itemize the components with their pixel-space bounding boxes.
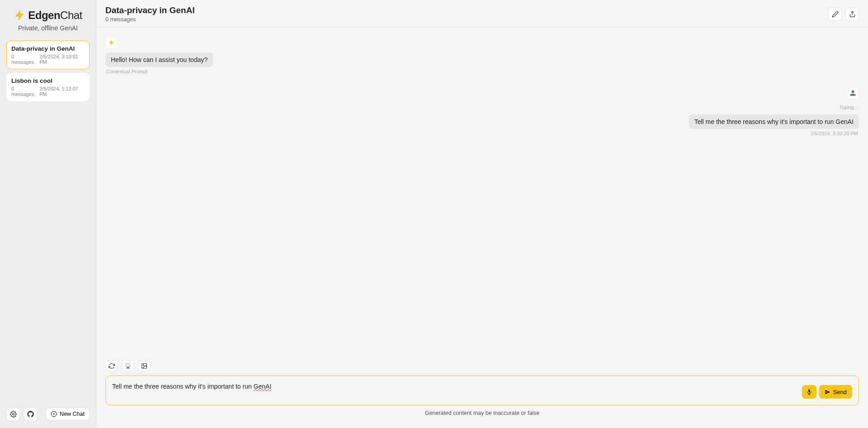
app-name-light: Chat xyxy=(60,9,82,21)
person-icon xyxy=(849,90,856,96)
conversation-meta: 0 messages 2/5/2024, 1:12:07 PM xyxy=(11,86,85,97)
conversation-title: Data-privacy in GenAI xyxy=(11,45,85,52)
github-button[interactable] xyxy=(24,407,37,421)
user-message-group: Typing… Tell me the three reasons why it… xyxy=(105,87,859,136)
assistant-caption: Contextual Prompt xyxy=(105,69,194,74)
topbar-heading: Data-privacy in GenAI 0 messages xyxy=(105,5,194,23)
settings-button[interactable] xyxy=(6,407,20,421)
disclaimer: Generated content may be inaccurate or f… xyxy=(105,405,859,424)
magic-button[interactable] xyxy=(122,360,134,372)
topbar-actions xyxy=(828,7,859,21)
conversation-msg-count: 0 messages xyxy=(11,86,37,97)
mic-icon xyxy=(806,389,812,395)
image-button[interactable] xyxy=(138,360,151,372)
assistant-avatar xyxy=(105,37,118,49)
conversation-msg-count: 0 messages xyxy=(11,54,37,65)
github-icon xyxy=(27,411,34,418)
send-label: Send xyxy=(833,389,847,395)
sidebar: EdgenChat Private, offline GenAI Data-pr… xyxy=(0,0,96,428)
main-panel: Data-privacy in GenAI 0 messages xyxy=(96,0,868,428)
sidebar-header: EdgenChat Private, offline GenAI xyxy=(0,0,96,37)
composer: Tell me the three reasons why it's impor… xyxy=(105,376,859,405)
composer-section: Tell me the three reasons why it's impor… xyxy=(96,357,868,428)
assistant-bubble: Hello! How can I assist you today? xyxy=(105,52,213,67)
send-icon xyxy=(825,389,830,395)
conversation-item[interactable]: Lisbon is cool 0 messages 2/5/2024, 1:12… xyxy=(6,73,90,101)
regenerate-button[interactable] xyxy=(105,360,118,372)
composer-text-spellerr: GenAI xyxy=(253,383,271,390)
composer-text-prefix: Tell me the three reasons why it's impor… xyxy=(112,383,253,390)
refresh-icon xyxy=(109,363,115,369)
conversation-timestamp: 2/5/2024, 3:10:01 PM xyxy=(39,54,85,65)
chat-title: Data-privacy in GenAI xyxy=(105,5,194,15)
pencil-icon xyxy=(832,11,839,18)
conversation-meta: 0 messages 2/5/2024, 3:10:01 PM xyxy=(11,54,85,65)
new-chat-label: New Chat xyxy=(60,411,85,417)
share-button[interactable] xyxy=(845,7,859,21)
conversation-timestamp: 2/5/2024, 1:12:07 PM xyxy=(39,86,85,97)
svg-point-0 xyxy=(12,413,14,415)
composer-tools xyxy=(105,360,859,372)
conversation-list: Data-privacy in GenAI 0 messages 2/5/202… xyxy=(0,37,96,402)
messages-area[interactable]: Hello! How can I assist you today? Conte… xyxy=(96,28,868,357)
topbar: Data-privacy in GenAI 0 messages xyxy=(96,0,868,28)
gear-icon xyxy=(10,411,17,418)
user-timestamp: 2/5/2024, 3:10:20 PM xyxy=(105,131,859,136)
plus-circle-icon xyxy=(51,411,57,417)
composer-actions: Send xyxy=(802,385,852,399)
magic-wand-icon xyxy=(125,363,131,369)
share-icon xyxy=(849,11,856,18)
app-name: EdgenChat xyxy=(28,9,82,22)
user-avatar xyxy=(847,87,859,99)
image-icon xyxy=(141,363,147,369)
sidebar-footer: New Chat xyxy=(0,402,96,428)
app-name-bold: Edgen xyxy=(28,9,60,21)
new-chat-button[interactable]: New Chat xyxy=(46,408,90,420)
assistant-message-group: Hello! How can I assist you today? Conte… xyxy=(105,37,859,74)
conversation-title: Lisbon is cool xyxy=(11,77,85,84)
svg-point-6 xyxy=(143,365,144,366)
mic-button[interactable] xyxy=(802,385,816,399)
user-typing-status: Typing… xyxy=(105,105,859,110)
app-logo: EdgenChat xyxy=(5,9,91,22)
composer-input[interactable]: Tell me the three reasons why it's impor… xyxy=(112,382,797,391)
bolt-icon xyxy=(108,39,115,46)
chat-subtitle: 0 messages xyxy=(105,16,194,23)
app-tagline: Private, offline GenAI xyxy=(5,24,91,32)
send-button[interactable]: Send xyxy=(819,385,852,399)
conversation-item[interactable]: Data-privacy in GenAI 0 messages 2/5/202… xyxy=(6,41,90,69)
user-bubble: Tell me the three reasons why it's impor… xyxy=(689,114,859,129)
bolt-icon xyxy=(14,10,25,21)
edit-button[interactable] xyxy=(828,7,842,21)
